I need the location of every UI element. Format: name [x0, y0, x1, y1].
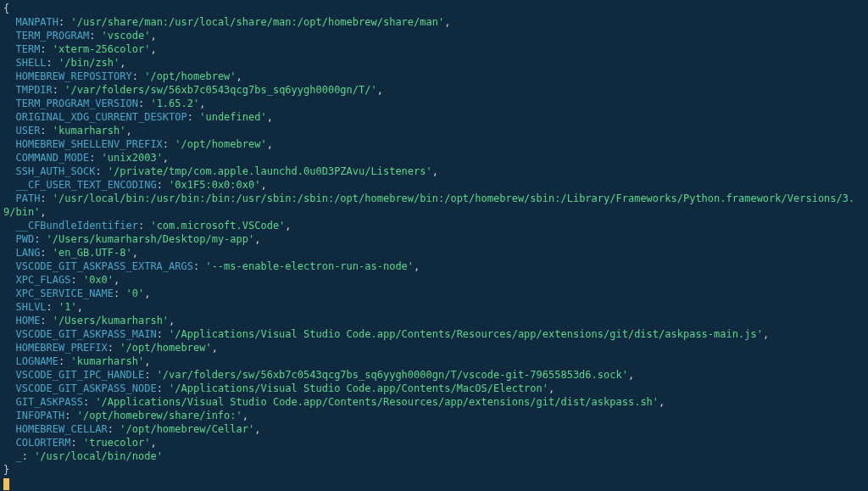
env-value: '/Users/kumarharsh/Desktop/my-app'	[47, 233, 255, 245]
env-value: '/Applications/Visual Studio Code.app/Co…	[169, 382, 548, 394]
env-key: TERM_PROGRAM	[15, 30, 89, 42]
comma: ,	[144, 355, 150, 367]
indent	[3, 84, 15, 96]
env-key: VSCODE_GIT_IPC_HANDLE	[15, 369, 144, 381]
indent	[3, 98, 15, 109]
env-key: ORIGINAL_XDG_CURRENT_DESKTOP	[15, 111, 186, 123]
indent	[3, 355, 15, 367]
env-key: COMMAND_MODE	[15, 152, 89, 164]
colon: :	[40, 247, 52, 259]
colon: :	[193, 260, 205, 272]
indent	[3, 450, 15, 462]
colon: :	[163, 138, 175, 150]
env-key: SHELL	[15, 57, 46, 69]
comma: ,	[267, 111, 273, 123]
env-key: VSCODE_GIT_ASKPASS_NODE	[15, 382, 156, 394]
indent	[3, 410, 15, 421]
env-value: '/opt/homebrew/share/info:'	[77, 410, 242, 421]
env-key: HOMEBREW_REPOSITORY	[15, 70, 131, 82]
colon: :	[40, 125, 52, 137]
indent	[3, 111, 15, 123]
open-brace: {	[3, 3, 9, 14]
env-key: PATH	[15, 192, 40, 204]
env-value: '1.65.2'	[150, 98, 199, 109]
indent	[3, 315, 15, 326]
close-brace: }	[3, 464, 9, 476]
env-key: HOMEBREW_PREFIX	[15, 342, 107, 354]
colon: :	[157, 179, 169, 191]
cursor-icon	[3, 478, 9, 490]
comma: ,	[199, 98, 205, 109]
env-value: '/usr/local/bin/node'	[34, 450, 163, 462]
env-key: HOMEBREW_CELLAR	[15, 423, 107, 435]
indent	[3, 396, 15, 408]
comma: ,	[132, 247, 138, 259]
colon: :	[58, 355, 70, 367]
env-value: '/opt/homebrew'	[175, 138, 266, 150]
env-key: SSH_AUTH_SOCK	[15, 165, 95, 177]
env-value: '/Applications/Visual Studio Code.app/Co…	[95, 396, 659, 408]
colon: :	[47, 57, 58, 69]
indent	[3, 260, 15, 272]
indent	[3, 70, 15, 82]
colon: :	[58, 16, 70, 28]
env-value: '/opt/homebrew/Cellar'	[120, 423, 254, 435]
indent	[3, 328, 15, 340]
indent	[3, 192, 15, 204]
env-key: VSCODE_GIT_ASKPASS_EXTRA_ARGS	[15, 260, 193, 272]
comma: ,	[444, 16, 450, 28]
comma: ,	[267, 138, 273, 150]
comma: ,	[414, 260, 420, 272]
comma: ,	[659, 396, 665, 408]
comma: ,	[548, 382, 554, 394]
colon: :	[157, 328, 169, 340]
terminal-output[interactable]: { MANPATH: '/usr/share/man:/usr/local/sh…	[0, 0, 868, 491]
env-value: '1'	[58, 301, 77, 313]
colon: :	[187, 111, 199, 123]
env-value: '/Users/kumarharsh'	[53, 315, 169, 326]
env-value: 'truecolor'	[83, 437, 150, 449]
indent	[3, 152, 15, 164]
colon: :	[95, 165, 107, 177]
colon: :	[108, 423, 120, 435]
colon: :	[40, 315, 52, 326]
env-value: 'xterm-256color'	[53, 43, 151, 55]
colon: :	[138, 98, 150, 109]
colon: :	[114, 287, 125, 299]
colon: :	[83, 396, 95, 408]
env-value: 'undefined'	[199, 111, 266, 123]
env-value: 'en_GB.UTF-8'	[53, 247, 132, 259]
colon: :	[132, 70, 144, 82]
colon: :	[70, 437, 82, 449]
comma: ,	[236, 70, 242, 82]
env-value: '/Applications/Visual Studio Code.app/Co…	[169, 328, 763, 340]
env-key: MANPATH	[15, 16, 58, 28]
indent	[3, 233, 15, 245]
colon: :	[108, 342, 120, 354]
comma: ,	[285, 220, 291, 232]
comma: ,	[114, 274, 120, 286]
colon: :	[22, 450, 34, 462]
env-key: USER	[15, 125, 40, 137]
colon: :	[34, 233, 46, 245]
comma: ,	[150, 43, 156, 55]
env-key: TERM_PROGRAM_VERSION	[15, 98, 138, 109]
env-key: LOGNAME	[15, 355, 58, 367]
comma: ,	[77, 301, 83, 313]
env-key: COLORTERM	[15, 437, 70, 449]
env-key: SHLVL	[15, 301, 46, 313]
colon: :	[40, 43, 52, 55]
env-key: __CF_USER_TEXT_ENCODING	[15, 179, 156, 191]
env-key: TMPDIR	[15, 84, 52, 96]
colon: :	[40, 192, 52, 204]
colon: :	[157, 382, 169, 394]
colon: :	[144, 369, 156, 381]
env-value: '/var/folders/sw/56xb7c0543qcg7bs_sq6yyg…	[157, 369, 628, 381]
comma: ,	[432, 165, 438, 177]
indent	[3, 301, 15, 313]
colon: :	[53, 84, 64, 96]
env-key: XPC_FLAGS	[15, 274, 70, 286]
indent	[3, 43, 15, 55]
env-key: TERM	[15, 43, 40, 55]
env-key: LANG	[15, 247, 40, 259]
